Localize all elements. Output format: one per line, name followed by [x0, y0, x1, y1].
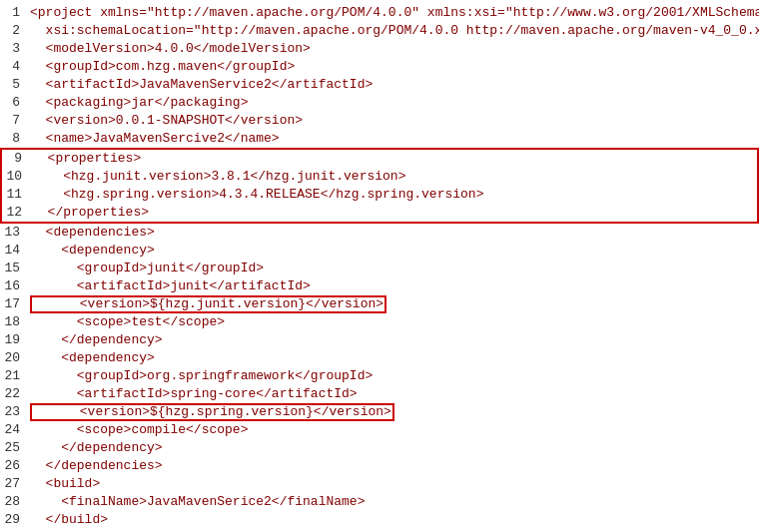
- line-number: 23: [0, 403, 28, 421]
- line-number: 28: [0, 493, 28, 511]
- line-number: 5: [0, 76, 28, 94]
- line-number: 4: [0, 58, 28, 76]
- line-content: <packaging>jar</packaging>: [28, 94, 759, 112]
- line-number: 22: [0, 385, 28, 403]
- code-line: 8 <name>JavaMavenSercive2</name>: [0, 130, 759, 148]
- code-line: 15 <groupId>junit</groupId>: [0, 260, 759, 277]
- code-line: 6 <packaging>jar</packaging>: [0, 94, 759, 112]
- code-line: 26 </dependencies>: [0, 457, 759, 475]
- code-line: 23 <version>${hzg.spring.version}</versi…: [0, 403, 759, 421]
- line-content: <version>${hzg.junit.version}</version>: [28, 295, 759, 313]
- line-content: <modelVersion>4.0.0</modelVersion>: [28, 40, 759, 58]
- line-number: 9: [2, 150, 30, 168]
- line-number: 12: [2, 204, 30, 222]
- line-number: 13: [0, 224, 28, 242]
- line-content: xsi:schemaLocation="http://maven.apache.…: [28, 22, 759, 40]
- code-line: 29 </build>: [0, 511, 759, 529]
- line-content: <name>JavaMavenSercive2</name>: [28, 130, 759, 148]
- line-content: <scope>compile</scope>: [28, 421, 759, 439]
- line-number: 11: [2, 186, 30, 204]
- line-content: <hzg.junit.version>3.8.1</hzg.junit.vers…: [30, 168, 757, 186]
- line-number: 26: [0, 457, 28, 475]
- code-line: 28 <finalName>JavaMavenSerice2</finalNam…: [0, 493, 759, 511]
- code-line: 22 <artifactId>spring-core</artifactId>: [0, 385, 759, 403]
- line-content: <scope>test</scope>: [28, 313, 759, 331]
- code-line: 5 <artifactId>JavaMavenService2</artifac…: [0, 76, 759, 94]
- line-number: 29: [0, 511, 28, 529]
- line-number: 21: [0, 367, 28, 385]
- line-number: 20: [0, 349, 28, 367]
- code-line: 10 <hzg.junit.version>3.8.1</hzg.junit.v…: [2, 168, 757, 186]
- code-line: 20 <dependency>: [0, 349, 759, 367]
- line-number: 1: [0, 4, 28, 22]
- line-content: </dependencies>: [28, 457, 759, 475]
- block-highlight-box: 9 <properties>10 <hzg.junit.version>3.8.…: [0, 148, 759, 224]
- code-line: 27 <build>: [0, 475, 759, 493]
- line-content: </dependency>: [28, 439, 759, 457]
- code-line: 11 <hzg.spring.version>4.3.4.RELEASE</hz…: [2, 186, 757, 204]
- code-line: 21 <groupId>org.springframework</groupId…: [0, 367, 759, 385]
- code-line: 9 <properties>: [2, 150, 757, 168]
- line-number: 19: [0, 331, 28, 349]
- code-line: 4 <groupId>com.hzg.maven</groupId>: [0, 58, 759, 76]
- line-number: 7: [0, 112, 28, 130]
- code-line: 14 <dependency>: [0, 242, 759, 260]
- line-content: <properties>: [30, 150, 757, 168]
- line-content: <version>0.0.1-SNAPSHOT</version>: [28, 112, 759, 130]
- line-content: <hzg.spring.version>4.3.4.RELEASE</hzg.s…: [30, 186, 757, 204]
- line-content: <artifactId>JavaMavenService2</artifactI…: [28, 76, 759, 94]
- code-line: 17 <version>${hzg.junit.version}</versio…: [0, 295, 759, 313]
- line-content: </dependency>: [28, 331, 759, 349]
- line-content: <artifactId>junit</artifactId>: [28, 277, 759, 295]
- code-line: 24 <scope>compile</scope>: [0, 421, 759, 439]
- line-content: <dependency>: [28, 349, 759, 367]
- line-content: <finalName>JavaMavenSerice2</finalName>: [28, 493, 759, 511]
- code-line: 18 <scope>test</scope>: [0, 313, 759, 331]
- line-number: 24: [0, 421, 28, 439]
- line-content: <build>: [28, 475, 759, 493]
- code-line: 1<project xmlns="http://maven.apache.org…: [0, 4, 759, 22]
- line-number: 3: [0, 40, 28, 58]
- line-number: 17: [0, 295, 28, 313]
- line-content: <groupId>junit</groupId>: [28, 260, 759, 277]
- code-line: 16 <artifactId>junit</artifactId>: [0, 277, 759, 295]
- inline-highlight-box: <version>${hzg.junit.version}</version>: [30, 295, 386, 313]
- line-content: <version>${hzg.spring.version}</version>: [28, 403, 759, 421]
- code-line: 25 </dependency>: [0, 439, 759, 457]
- line-number: 25: [0, 439, 28, 457]
- line-content: <dependencies>: [28, 224, 759, 242]
- line-content: </properties>: [30, 204, 757, 222]
- line-number: 27: [0, 475, 28, 493]
- code-line: 19 </dependency>: [0, 331, 759, 349]
- line-number: 6: [0, 94, 28, 112]
- line-content: <groupId>com.hzg.maven</groupId>: [28, 58, 759, 76]
- line-number: 15: [0, 260, 28, 277]
- line-number: 8: [0, 130, 28, 148]
- code-editor: 1<project xmlns="http://maven.apache.org…: [0, 0, 759, 532]
- inline-highlight-box: <version>${hzg.spring.version}</version>: [30, 403, 394, 421]
- line-number: 16: [0, 277, 28, 295]
- line-content: <project xmlns="http://maven.apache.org/…: [28, 4, 759, 22]
- code-line: 13 <dependencies>: [0, 224, 759, 242]
- code-line: 7 <version>0.0.1-SNAPSHOT</version>: [0, 112, 759, 130]
- line-content: <groupId>org.springframework</groupId>: [28, 367, 759, 385]
- line-number: 14: [0, 242, 28, 260]
- line-content: <artifactId>spring-core</artifactId>: [28, 385, 759, 403]
- code-line: 3 <modelVersion>4.0.0</modelVersion>: [0, 40, 759, 58]
- line-number: 2: [0, 22, 28, 40]
- line-number: 10: [2, 168, 30, 186]
- line-content: </build>: [28, 511, 759, 529]
- line-content: <dependency>: [28, 242, 759, 260]
- line-number: 18: [0, 313, 28, 331]
- code-line: 12 </properties>: [2, 204, 757, 222]
- code-line: 2 xsi:schemaLocation="http://maven.apach…: [0, 22, 759, 40]
